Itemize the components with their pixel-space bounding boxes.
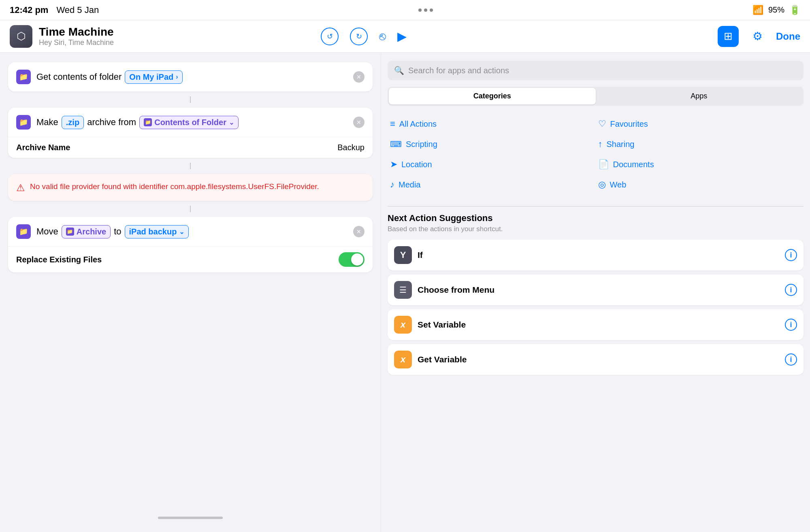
connector-1 <box>8 96 373 103</box>
dot2 <box>424 9 427 12</box>
app-icon-symbol: ⬡ <box>17 30 26 43</box>
set-variable-info-button[interactable]: i <box>785 319 797 331</box>
divider <box>388 206 804 206</box>
connector-2 <box>8 163 373 169</box>
replace-toggle[interactable] <box>339 252 364 267</box>
search-bar[interactable]: 🔍 Search for apps and actions <box>388 61 804 80</box>
spacer <box>8 277 373 507</box>
done-button[interactable]: Done <box>776 31 800 42</box>
archive-token[interactable]: 📁 Archive <box>62 225 111 238</box>
on-my-ipad-token[interactable]: On My iPad › <box>125 70 182 84</box>
suggestions-subtitle: Based on the actions in your shortcut. <box>388 225 804 233</box>
redo-button[interactable]: ↻ <box>350 28 368 45</box>
get-variable-info-button[interactable]: i <box>785 353 797 366</box>
archive-name-label: Archive Name <box>16 143 70 152</box>
workflow-panel: 📁 Get contents of folder On My iPad › ✕ <box>0 53 381 532</box>
get-contents-text: Get contents of folder On My iPad › <box>36 70 347 84</box>
make-archive-text: Make .zip archive from 📁 Contents of Fol… <box>36 116 347 129</box>
segment-control: Categories Apps <box>388 87 804 106</box>
get-contents-icon: 📁 <box>16 70 31 84</box>
error-icon: ⚠ <box>16 182 25 194</box>
get-variable-icon-symbol: x <box>401 354 405 365</box>
error-text: No valid file provider found with identi… <box>30 181 319 192</box>
media-icon: ♪ <box>390 179 394 190</box>
redo-icon: ↻ <box>356 32 362 41</box>
make-label: Make <box>36 117 58 128</box>
get-variable-suggestion[interactable]: x Get Variable i <box>388 344 804 375</box>
get-contents-icon-symbol: 📁 <box>19 72 28 81</box>
move-archive-row: 📁 Move 📁 Archive to iPad backup ⌄ ✕ <box>8 217 373 246</box>
share-icon: ⎋ <box>379 30 386 43</box>
settings-symbol: ⚙ <box>752 30 763 43</box>
status-date: Wed 5 Jan <box>56 5 99 15</box>
make-archive-close-button[interactable]: ✕ <box>353 117 364 128</box>
chevron-icon: › <box>176 73 178 81</box>
make-archive-icon: 📁 <box>16 115 31 130</box>
if-suggestion[interactable]: Y If i <box>388 240 804 270</box>
nav-bar: ⬡ Time Machine Hey Siri, Time Machine ↺ … <box>0 20 810 53</box>
ipad-backup-token[interactable]: iPad backup ⌄ <box>125 225 189 238</box>
dot1 <box>418 9 422 12</box>
status-time: 12:42 pm <box>10 5 48 15</box>
search-icon: 🔍 <box>394 66 404 75</box>
favourites-category[interactable]: ♡ Favourites <box>596 114 804 134</box>
location-category[interactable]: ➤ Location <box>388 154 596 174</box>
move-archive-text: Move 📁 Archive to iPad backup ⌄ <box>36 225 347 238</box>
search-placeholder: Search for apps and actions <box>408 66 509 75</box>
info-icon-2: i <box>790 286 792 294</box>
if-label: If <box>418 250 779 260</box>
dot3 <box>430 9 433 12</box>
info-icon-3: i <box>790 321 792 329</box>
location-icon: ➤ <box>390 159 397 170</box>
if-info-button[interactable]: i <box>785 249 797 261</box>
close-icon-2: ✕ <box>356 119 361 126</box>
documents-label: Documents <box>613 160 654 169</box>
replace-row: Replace Existing Files <box>8 246 373 272</box>
wifi-icon: 📶 <box>752 5 763 15</box>
actions-panel: 🔍 Search for apps and actions Categories… <box>381 53 810 532</box>
if-icon-symbol: Y <box>400 250 406 260</box>
close-icon-3: ✕ <box>356 228 361 235</box>
scripting-icon: ⌨ <box>390 139 402 149</box>
all-actions-category[interactable]: ≡ All Actions <box>388 114 596 134</box>
apps-tab[interactable]: Apps <box>596 88 803 104</box>
choose-menu-label: Choose from Menu <box>418 285 779 295</box>
choose-from-menu-suggestion[interactable]: ☰ Choose from Menu i <box>388 275 804 305</box>
set-variable-label: Set Variable <box>418 320 779 330</box>
make-archive-icon-symbol: 📁 <box>19 118 28 127</box>
contents-of-folder-token[interactable]: 📁 Contents of Folder ⌄ <box>139 116 239 129</box>
move-archive-icon-symbol: 📁 <box>19 227 28 236</box>
archive-name-row: Archive Name Backup <box>8 137 373 158</box>
move-archive-close-button[interactable]: ✕ <box>353 226 364 237</box>
archive-from-label: archive from <box>87 117 136 128</box>
sharing-label: Sharing <box>607 140 635 149</box>
zip-token[interactable]: .zip <box>62 116 84 129</box>
scripting-category[interactable]: ⌨ Scripting <box>388 134 596 154</box>
categories-grid: ≡ All Actions ♡ Favourites ⌨ Scripting ↑… <box>388 114 804 195</box>
media-label: Media <box>399 180 420 189</box>
web-category[interactable]: ◎ Web <box>596 174 804 195</box>
make-archive-row: 📁 Make .zip archive from 📁 Contents of F… <box>8 108 373 137</box>
categories-tab[interactable]: Categories <box>389 88 596 104</box>
choose-menu-info-button[interactable]: i <box>785 284 797 296</box>
documents-category[interactable]: 📄 Documents <box>596 154 804 174</box>
get-contents-close-button[interactable]: ✕ <box>353 71 364 83</box>
info-icon: i <box>790 251 792 260</box>
undo-button[interactable]: ↺ <box>321 28 339 45</box>
share-button[interactable]: ⎋ <box>379 30 386 43</box>
set-variable-suggestion[interactable]: x Set Variable i <box>388 309 804 340</box>
chevron-down-icon: ⌄ <box>229 119 234 126</box>
web-label: Web <box>610 180 627 189</box>
sharing-icon: ↑ <box>598 139 603 149</box>
sharing-category[interactable]: ↑ Sharing <box>596 134 804 154</box>
error-card: ⚠ No valid file provider found with iden… <box>8 174 373 201</box>
gallery-icon[interactable]: ⊞ <box>718 26 739 47</box>
favourites-icon: ♡ <box>598 119 606 129</box>
chevron-down-icon-2: ⌄ <box>179 228 184 236</box>
play-icon: ▶ <box>397 29 407 43</box>
gallery-symbol: ⊞ <box>724 30 733 43</box>
media-category[interactable]: ♪ Media <box>388 174 596 195</box>
play-button[interactable]: ▶ <box>397 29 407 43</box>
get-contents-card: 📁 Get contents of folder On My iPad › ✕ <box>8 62 373 92</box>
settings-icon[interactable]: ⚙ <box>747 26 768 47</box>
